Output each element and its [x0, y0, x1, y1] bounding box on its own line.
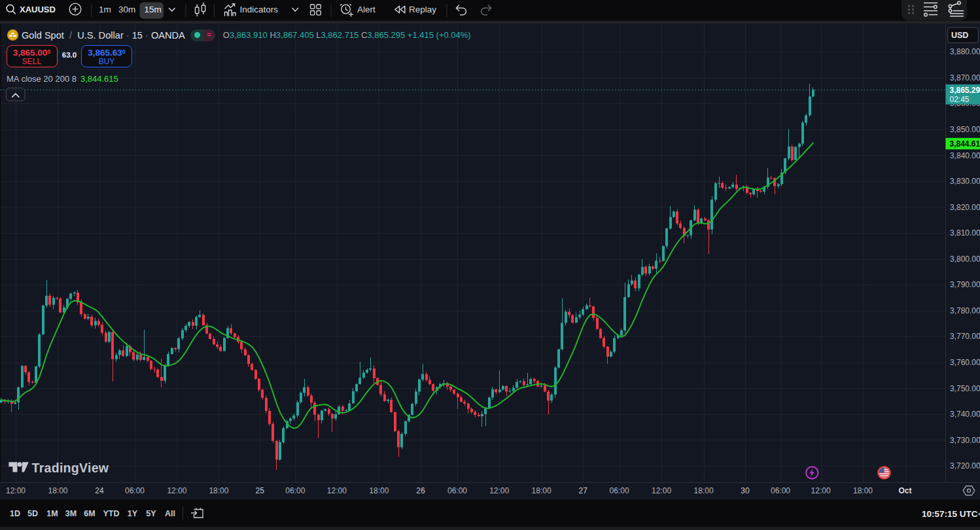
svg-text:24: 24: [95, 486, 104, 495]
svg-text:30: 30: [741, 486, 750, 495]
svg-text:3,850.00: 3,850.00: [950, 125, 980, 134]
svg-text:YTD: YTD: [103, 509, 120, 518]
svg-text:10:57:15 UTC+: 10:57:15 UTC+: [922, 509, 980, 519]
svg-text:Oct: Oct: [898, 486, 911, 495]
svg-text:USD: USD: [951, 31, 968, 40]
svg-text:06:00: 06:00: [285, 486, 305, 495]
svg-text:Replay: Replay: [409, 5, 436, 14]
svg-text:TradingView: TradingView: [32, 461, 109, 475]
svg-text:06:00: 06:00: [447, 486, 467, 495]
svg-text:18:00: 18:00: [48, 486, 67, 495]
svg-text:12:00: 12:00: [652, 486, 671, 495]
svg-text:3,880.00: 3,880.00: [950, 47, 980, 56]
svg-text:3,800.00: 3,800.00: [950, 255, 980, 264]
svg-text:All: All: [165, 509, 175, 518]
svg-text:3,780.00: 3,780.00: [950, 306, 980, 315]
svg-text:Alert: Alert: [357, 5, 376, 14]
svg-text:12:00: 12:00: [6, 486, 26, 495]
svg-text:02:45: 02:45: [950, 95, 970, 104]
svg-text:06:00: 06:00: [610, 486, 629, 495]
svg-text:1M: 1M: [46, 509, 58, 518]
svg-text:15m: 15m: [145, 5, 162, 14]
svg-text:Indicators: Indicators: [240, 5, 279, 14]
svg-text:06:00: 06:00: [771, 486, 790, 495]
svg-text:5Y: 5Y: [146, 509, 156, 518]
svg-text:12:00: 12:00: [489, 486, 509, 495]
svg-text:3,820.00: 3,820.00: [950, 203, 980, 212]
svg-text:30m: 30m: [118, 5, 135, 14]
svg-text:3,740.00: 3,740.00: [950, 410, 980, 419]
svg-text:3M: 3M: [65, 509, 77, 518]
svg-text:6M: 6M: [84, 509, 95, 518]
svg-text:5D: 5D: [27, 509, 38, 518]
svg-text:1D: 1D: [10, 509, 20, 518]
svg-text:06:00: 06:00: [125, 486, 145, 495]
svg-text:18:00: 18:00: [694, 486, 714, 495]
svg-text:3,865.29: 3,865.29: [950, 86, 980, 95]
svg-text:3,770.00: 3,770.00: [950, 332, 980, 341]
svg-text:25: 25: [256, 486, 265, 495]
svg-text:3,760.00: 3,760.00: [950, 358, 980, 367]
svg-text:12:00: 12:00: [811, 486, 831, 495]
svg-text:1m: 1m: [99, 5, 111, 14]
svg-text:26: 26: [416, 486, 425, 495]
svg-text:18:00: 18:00: [853, 486, 873, 495]
svg-text:3,840.00: 3,840.00: [950, 151, 980, 160]
svg-text:1Y: 1Y: [128, 509, 138, 518]
svg-text:3,790.00: 3,790.00: [950, 280, 980, 289]
svg-text:18:00: 18:00: [369, 486, 389, 495]
svg-text:18:00: 18:00: [209, 486, 228, 495]
svg-text:3,870.00: 3,870.00: [950, 73, 980, 82]
svg-text:3,810.00: 3,810.00: [950, 228, 980, 238]
svg-text:18:00: 18:00: [532, 486, 551, 495]
svg-text:3,750.00: 3,750.00: [950, 384, 980, 393]
svg-text:XAUUSD: XAUUSD: [20, 5, 56, 14]
svg-text:12:00: 12:00: [327, 486, 347, 495]
svg-text:3,844.61: 3,844.61: [950, 139, 980, 149]
svg-text:3,830.00: 3,830.00: [950, 177, 980, 186]
svg-text:12:00: 12:00: [167, 486, 186, 495]
svg-text:3,720.00: 3,720.00: [950, 461, 980, 470]
svg-text:27: 27: [579, 486, 588, 495]
svg-text:3,730.00: 3,730.00: [950, 436, 980, 445]
